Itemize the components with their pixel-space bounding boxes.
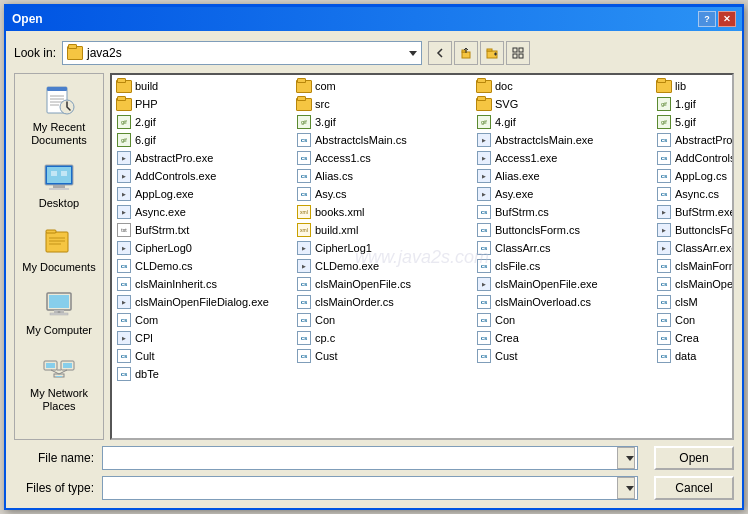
up-folder-button[interactable] <box>454 41 478 65</box>
sidebar-item-desktop[interactable]: Desktop <box>18 154 100 215</box>
file-item[interactable]: ▶Access1.exe <box>474 149 654 167</box>
file-item[interactable]: ▶Asy.exe <box>474 185 654 203</box>
sidebar-item-mycomputer[interactable]: My Computer <box>18 281 100 342</box>
file-item[interactable]: csclsMainInherit.cs <box>114 275 294 293</box>
new-folder-button[interactable] <box>480 41 504 65</box>
file-item[interactable]: csCrea <box>474 329 654 347</box>
file-item[interactable]: ▶ButtonclsForm.exe <box>654 221 734 239</box>
file-item[interactable]: csCon <box>294 311 474 329</box>
file-item[interactable]: build <box>114 77 294 95</box>
file-item[interactable]: csAbstractPro.cs <box>654 131 734 149</box>
file-item[interactable]: csAppLog.cs <box>654 167 734 185</box>
file-item[interactable]: csAbstractclsMain.cs <box>294 131 474 149</box>
file-type-input[interactable] <box>102 476 638 500</box>
file-item[interactable]: ▶BufStrm.exe <box>654 203 734 221</box>
file-name-input[interactable] <box>102 446 638 470</box>
help-button[interactable]: ? <box>698 11 716 27</box>
file-item[interactable]: SVG <box>474 95 654 113</box>
file-item[interactable]: src <box>294 95 474 113</box>
file-item[interactable]: xmlbuild.xml <box>294 221 474 239</box>
file-item[interactable]: ▶CLDemo.exe <box>294 257 474 275</box>
file-name-text: Cust <box>315 350 338 362</box>
file-item[interactable]: csCom <box>114 311 294 329</box>
file-item[interactable]: lib <box>654 77 734 95</box>
file-item[interactable]: csclsMainOpenFileDialog.cs <box>654 275 734 293</box>
file-item[interactable]: gif4.gif <box>474 113 654 131</box>
file-list-area[interactable]: www.java2s.com buildcomdoclibPHPsrcSVGgi… <box>110 73 734 440</box>
file-item[interactable]: ▶clsMainOpenFileDialog.exe <box>114 293 294 311</box>
file-item[interactable]: ▶Async.exe <box>114 203 294 221</box>
content-area: My RecentDocuments Deskto <box>14 73 734 440</box>
views-button[interactable] <box>506 41 530 65</box>
file-item[interactable]: ▶AddControls.exe <box>114 167 294 185</box>
exe-icon: ▶ <box>476 187 492 201</box>
file-item[interactable]: ▶AbstractclsMain.exe <box>474 131 654 149</box>
exe-icon: ▶ <box>476 277 492 291</box>
file-item[interactable]: ▶AbstractPro.exe <box>114 149 294 167</box>
file-name-text: Com <box>135 314 158 326</box>
open-button[interactable]: Open <box>654 446 734 470</box>
file-item[interactable]: cscp.c <box>294 329 474 347</box>
dialog-body: Look in: java2s <box>6 31 742 508</box>
sidebar-item-recent[interactable]: My RecentDocuments <box>18 78 100 152</box>
file-name-field[interactable] <box>107 451 633 465</box>
file-type-field[interactable] <box>107 481 633 495</box>
file-item[interactable]: csdata <box>654 347 734 365</box>
file-item[interactable]: ▶ClassArr.exe <box>654 239 734 257</box>
file-item[interactable]: ▶clsMainOpenFile.exe <box>474 275 654 293</box>
file-item[interactable]: csButtonclsForm.cs <box>474 221 654 239</box>
file-item[interactable]: csclsM <box>654 293 734 311</box>
file-name-text: AbstractPro.cs <box>675 134 734 146</box>
file-name-text: Alias.exe <box>495 170 540 182</box>
file-item[interactable]: PHP <box>114 95 294 113</box>
file-item[interactable]: ▶CPl <box>114 329 294 347</box>
file-item[interactable]: csAccess1.cs <box>294 149 474 167</box>
file-item[interactable]: csAlias.cs <box>294 167 474 185</box>
file-name-dropdown-arrow[interactable] <box>617 447 635 469</box>
sidebar-item-mydocs[interactable]: My Documents <box>18 218 100 279</box>
svg-rect-27 <box>49 295 69 308</box>
file-item[interactable]: ▶Alias.exe <box>474 167 654 185</box>
exe-icon: ▶ <box>296 259 312 273</box>
sidebar-item-network[interactable]: My NetworkPlaces <box>18 344 100 418</box>
file-item[interactable]: csAsy.cs <box>294 185 474 203</box>
file-item[interactable]: csdbTe <box>114 365 294 383</box>
file-item[interactable]: csclsMainOrder.cs <box>294 293 474 311</box>
file-item[interactable]: txtBufStrm.txt <box>114 221 294 239</box>
file-item[interactable]: xmlbooks.xml <box>294 203 474 221</box>
file-item[interactable]: csCLDemo.cs <box>114 257 294 275</box>
file-item[interactable]: csBufStrm.cs <box>474 203 654 221</box>
file-item[interactable]: csCust <box>474 347 654 365</box>
file-item[interactable]: ▶CipherLog1 <box>294 239 474 257</box>
file-item[interactable]: csclsMainForm.cs <box>654 257 734 275</box>
file-item[interactable]: csClassArr.cs <box>474 239 654 257</box>
file-item[interactable]: csclsMainOverload.cs <box>474 293 654 311</box>
file-item[interactable]: doc <box>474 77 654 95</box>
cancel-button[interactable]: Cancel <box>654 476 734 500</box>
file-item[interactable]: gif2.gif <box>114 113 294 131</box>
file-item[interactable]: gif1.gif <box>654 95 734 113</box>
file-item[interactable]: gif5.gif <box>654 113 734 131</box>
file-item[interactable]: csAsync.cs <box>654 185 734 203</box>
file-item[interactable]: csCrea <box>654 329 734 347</box>
file-type-dropdown-arrow[interactable] <box>617 477 635 499</box>
file-item[interactable]: csclsMainOpenFile.cs <box>294 275 474 293</box>
file-item[interactable]: csCon <box>474 311 654 329</box>
file-item[interactable]: csCult <box>114 347 294 365</box>
file-item[interactable]: csCust <box>294 347 474 365</box>
file-item[interactable]: com <box>294 77 474 95</box>
file-item[interactable]: gif3.gif <box>294 113 474 131</box>
sidebar-item-mydocs-label: My Documents <box>22 261 95 274</box>
file-item[interactable]: gif6.gif <box>114 131 294 149</box>
file-name-text: Crea <box>675 332 699 344</box>
file-item[interactable]: csCon <box>654 311 734 329</box>
sidebar-item-network-label: My NetworkPlaces <box>30 387 88 413</box>
file-item[interactable]: csAddControls.cs <box>654 149 734 167</box>
back-button[interactable] <box>428 41 452 65</box>
file-item[interactable]: csclsFile.cs <box>474 257 654 275</box>
svg-rect-32 <box>46 363 55 368</box>
look-in-dropdown[interactable]: java2s <box>62 41 422 65</box>
file-item[interactable]: ▶AppLog.exe <box>114 185 294 203</box>
file-item[interactable]: ▶CipherLog0 <box>114 239 294 257</box>
close-button[interactable]: ✕ <box>718 11 736 27</box>
